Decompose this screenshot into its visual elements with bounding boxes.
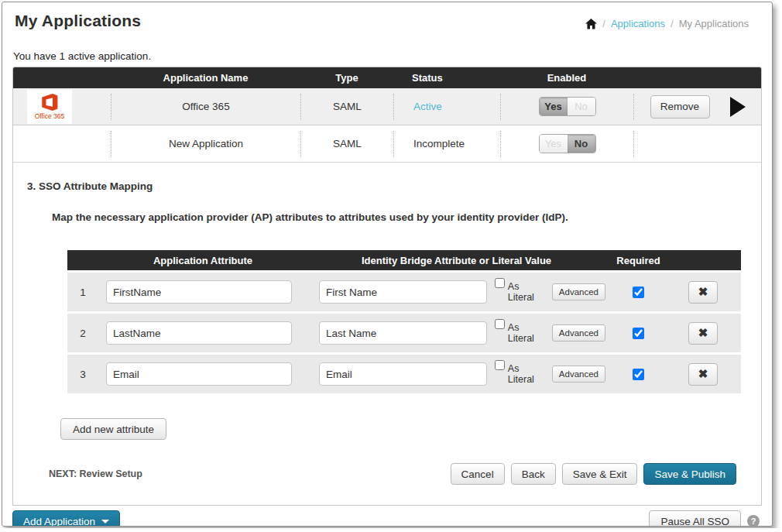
breadcrumb-separator: / [602,18,605,29]
back-button[interactable]: Back [511,463,556,485]
attribute-table-header: Application Attribute Identity Bridge At… [67,250,741,270]
section-heading: 3. SSO Attribute Mapping [27,180,761,192]
applications-table: Application Name Type Status Enabled Off… [12,67,762,506]
application-attribute-input[interactable] [106,321,292,345]
applications-table-header: Application Name Type Status Enabled [13,67,761,88]
pause-all-sso-button[interactable]: Pause All SSO [649,510,741,527]
expand-arrow-icon[interactable] [730,97,746,117]
required-checkbox[interactable] [633,369,644,380]
attribute-row-3: 3 As Literal Advanced ✖ [67,355,741,393]
save-publish-button[interactable]: Save & Publish [643,463,736,485]
table-row-new-application: New Application SAML Incomplete Yes No [13,125,761,163]
identity-bridge-attribute-input[interactable] [319,362,487,386]
col-enabled: Enabled [500,72,633,84]
col-application-attribute: Application Attribute [98,255,307,266]
required-checkbox[interactable] [633,328,644,339]
row-index: 2 [67,328,98,339]
office-365-logo: Office 365 [27,90,72,124]
breadcrumb-separator: / [671,18,674,29]
application-attribute-input[interactable] [106,362,292,386]
page-header: My Applications / Applications / My Appl… [2,2,772,30]
col-required: Required [605,255,671,266]
identity-bridge-attribute-input[interactable] [319,321,487,345]
advanced-button[interactable]: Advanced [552,324,605,342]
col-identity-bridge-attribute: Identity Bridge Attribute or Literal Val… [307,255,605,266]
app-status: Active [393,94,500,120]
section-description: Map the necessary application provider (… [52,211,761,223]
enabled-toggle-new-application[interactable]: Yes No [539,134,596,153]
advanced-button[interactable]: Advanced [552,283,605,300]
row-index: 1 [67,287,98,298]
footer-bar: Add Application Pause All SSO ? [2,506,772,527]
app-name: New Application [111,131,300,157]
my-applications-page: My Applications / Applications / My Appl… [2,2,773,527]
help-icon[interactable]: ? [747,515,760,527]
identity-bridge-attribute-input[interactable] [319,280,487,304]
attribute-row-2: 2 As Literal Advanced ✖ [67,314,741,352]
attribute-row-1: 1 As Literal Advanced ✖ [67,273,741,311]
toggle-no[interactable]: No [568,98,595,115]
office-365-caption: Office 365 [35,112,65,120]
delete-attribute-button[interactable]: ✖ [688,363,718,386]
page-title: My Applications [15,12,141,30]
as-literal-label: As Literal [495,322,547,344]
delete-attribute-button[interactable]: ✖ [688,281,718,304]
app-name: Office 365 [111,94,300,120]
remove-button[interactable]: Remove [650,95,710,118]
col-type: Type [300,72,393,84]
app-type: SAML [300,94,393,120]
application-attribute-input[interactable] [106,280,292,304]
sso-attribute-mapping-panel: 3. SSO Attribute Mapping Map the necessa… [13,163,761,505]
delete-attribute-button[interactable]: ✖ [688,322,718,345]
app-type: SAML [300,131,393,157]
add-application-button[interactable]: Add Application [12,510,120,527]
cancel-button[interactable]: Cancel [451,463,505,485]
breadcrumb-link-applications[interactable]: Applications [611,18,665,29]
save-exit-button[interactable]: Save & Exit [562,463,638,485]
home-icon[interactable] [585,19,597,29]
toggle-yes[interactable]: Yes [540,135,568,153]
row-index: 3 [67,369,98,380]
as-literal-checkbox[interactable] [495,360,505,370]
toggle-no[interactable]: No [568,135,595,153]
required-checkbox[interactable] [633,287,644,298]
as-literal-label: As Literal [495,281,547,303]
next-step-label: NEXT: Review Setup [49,469,142,479]
attribute-mapping-table: Application Attribute Identity Bridge At… [67,250,741,393]
table-row-office365: Office 365 Office 365 SAML Active Yes No… [13,88,761,125]
add-new-attribute-button[interactable]: Add new attribute [60,418,166,440]
as-literal-checkbox[interactable] [495,278,505,288]
breadcrumb-current: My Applications [679,18,749,29]
col-application-name: Application Name [111,72,300,84]
caret-down-icon [101,520,109,523]
advanced-button[interactable]: Advanced [552,366,605,383]
active-application-summary: You have 1 active application. [13,50,772,62]
col-status: Status [393,72,500,84]
enabled-toggle-office365[interactable]: Yes No [539,97,596,116]
as-literal-label: As Literal [495,363,547,385]
breadcrumb: / Applications / My Applications [585,18,749,29]
app-status: Incomplete [393,131,500,157]
toggle-yes[interactable]: Yes [540,98,568,115]
as-literal-checkbox[interactable] [495,319,505,329]
